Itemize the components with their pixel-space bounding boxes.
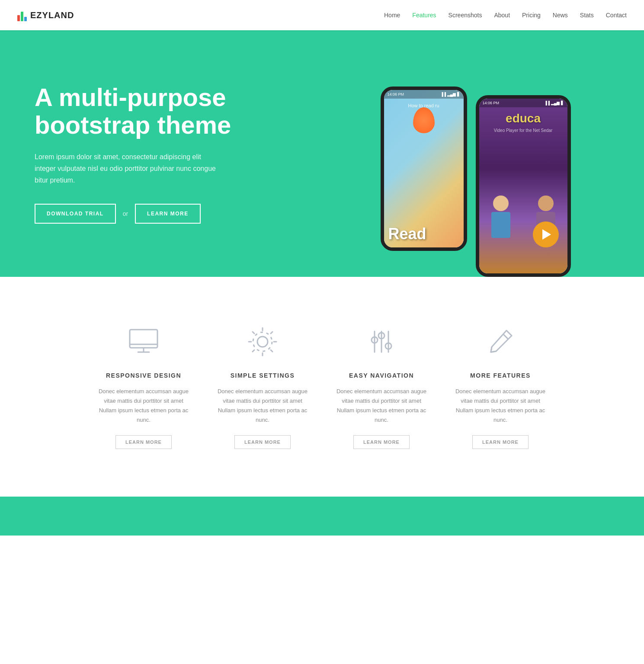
- logo-bar-3: [24, 17, 27, 21]
- nav-link-news[interactable]: News: [553, 12, 568, 19]
- phone-text-left: Read: [388, 225, 426, 243]
- nav-link-pricing[interactable]: Pricing: [522, 12, 541, 19]
- sliders-icon: [364, 324, 399, 359]
- phone-right: 14:06 PM ▐▐ ▂▄▆ ▋ educa Video Player for…: [476, 95, 571, 277]
- svg-line-12: [503, 334, 508, 339]
- hero-or-text: or: [123, 210, 128, 217]
- feature-title-navigation: EASY NAVIGATION: [349, 372, 414, 379]
- nav-item-features[interactable]: Features: [412, 11, 436, 19]
- nav-link-about[interactable]: About: [494, 12, 510, 19]
- feature-desc-more: Donec elementum accumsan augue vitae mat…: [454, 387, 547, 425]
- phone-subtext-right: Video Player for the Net Sedar: [484, 128, 563, 133]
- logo[interactable]: EZYLAND: [17, 9, 74, 21]
- navbar: EZYLAND Home Features Screenshots About …: [0, 0, 644, 30]
- nav-link-screenshots[interactable]: Screenshots: [449, 12, 482, 19]
- feature-desc-settings: Donec elementum accumsan augue vitae mat…: [216, 387, 309, 425]
- nav-item-contact[interactable]: Contact: [606, 11, 627, 19]
- phone-screen-left: 14:06 PM ▐▐ ▂▄▆ ▋ How to read ru Read: [384, 90, 464, 247]
- settings-icon: [245, 324, 280, 359]
- svg-point-5: [253, 332, 272, 351]
- feature-title-responsive: RESPONSIVE DESIGN: [106, 372, 181, 379]
- feature-item-responsive: RESPONSIVE DESIGN Donec elementum accums…: [84, 316, 203, 458]
- features-section: RESPONSIVE DESIGN Donec elementum accums…: [0, 277, 644, 497]
- head-left: [493, 196, 509, 211]
- learn-more-settings-button[interactable]: LEARN MORE: [234, 435, 291, 449]
- nav-links: Home Features Screenshots About Pricing …: [384, 11, 627, 19]
- phone-status-bar-left: 14:06 PM ▐▐ ▂▄▆ ▋: [384, 90, 464, 99]
- svg-point-4: [257, 337, 268, 347]
- learn-more-hero-button[interactable]: LEARN MORE: [135, 204, 201, 224]
- download-trial-button[interactable]: DOWNLOAD TRIAL: [35, 204, 116, 224]
- nav-link-stats[interactable]: Stats: [580, 12, 594, 19]
- phone-icons-right: ▐▐ ▂▄▆ ▋: [544, 101, 564, 105]
- body-left: [491, 212, 510, 238]
- nav-item-news[interactable]: News: [553, 11, 568, 19]
- learn-more-more-button[interactable]: LEARN MORE: [472, 435, 529, 449]
- features-grid: RESPONSIVE DESIGN Donec elementum accums…: [84, 316, 560, 458]
- nav-item-home[interactable]: Home: [384, 11, 400, 19]
- feature-title-settings: SIMPLE SETTINGS: [231, 372, 295, 379]
- hero-title: A multi-purpose bootstrap theme: [35, 83, 296, 139]
- phones-container: 14:06 PM ▐▐ ▂▄▆ ▋ How to read ru Read 14…: [381, 87, 571, 277]
- phone-status-bar-right: 14:06 PM ▐▐ ▂▄▆ ▋: [479, 99, 567, 107]
- nav-item-stats[interactable]: Stats: [580, 11, 594, 19]
- phone-screen-right: 14:06 PM ▐▐ ▂▄▆ ▋ educa Video Player for…: [479, 99, 567, 273]
- phone-icons-left: ▐▐ ▂▄▆ ▋: [440, 92, 460, 96]
- hero-buttons: DOWNLOAD TRIAL or LEARN MORE: [35, 204, 296, 224]
- monitor-icon: [126, 324, 161, 359]
- learn-more-navigation-button[interactable]: LEARN MORE: [353, 435, 410, 449]
- play-triangle-icon: [542, 229, 551, 240]
- bottom-strip: [0, 497, 644, 536]
- hero-description: Lorem ipsum dolor sit amet, consectetur …: [35, 151, 216, 186]
- nav-link-home[interactable]: Home: [384, 12, 400, 19]
- learn-more-responsive-button[interactable]: LEARN MORE: [115, 435, 172, 449]
- logo-text: EZYLAND: [30, 10, 74, 20]
- hero-image: 14:06 PM ▐▐ ▂▄▆ ▋ How to read ru Read 14…: [298, 0, 644, 277]
- feature-item-settings: SIMPLE SETTINGS Donec elementum accumsan…: [203, 316, 322, 458]
- logo-bar-2: [21, 12, 23, 21]
- nav-item-screenshots[interactable]: Screenshots: [449, 11, 482, 19]
- hero-content: A multi-purpose bootstrap theme Lorem ip…: [0, 49, 322, 258]
- balloon-shape: [413, 107, 435, 133]
- logo-bar-1: [17, 15, 20, 21]
- figure-left: [484, 196, 518, 239]
- play-button[interactable]: [533, 221, 559, 247]
- phone-time-left: 14:06 PM: [388, 92, 404, 96]
- feature-title-more: MORE FEATURES: [470, 372, 531, 379]
- phone-left: 14:06 PM ▐▐ ▂▄▆ ▋ How to read ru Read: [381, 87, 467, 251]
- pencil-icon: [483, 324, 518, 359]
- hero-section: A multi-purpose bootstrap theme Lorem ip…: [0, 0, 644, 277]
- feature-item-navigation: EASY NAVIGATION Donec elementum accumsan…: [322, 316, 441, 458]
- head-right: [538, 196, 554, 211]
- feature-desc-responsive: Donec elementum accumsan augue vitae mat…: [97, 387, 190, 425]
- nav-item-pricing[interactable]: Pricing: [522, 11, 541, 19]
- phone-time-right: 14:06 PM: [483, 101, 500, 105]
- svg-rect-0: [130, 330, 157, 348]
- logo-icon: [17, 9, 27, 21]
- nav-item-about[interactable]: About: [494, 11, 510, 19]
- nav-link-contact[interactable]: Contact: [606, 12, 627, 19]
- feature-desc-navigation: Donec elementum accumsan augue vitae mat…: [335, 387, 428, 425]
- feature-item-more: MORE FEATURES Donec elementum accumsan a…: [441, 316, 560, 458]
- nav-link-features[interactable]: Features: [412, 12, 436, 19]
- phone-text-right: educa: [479, 112, 567, 125]
